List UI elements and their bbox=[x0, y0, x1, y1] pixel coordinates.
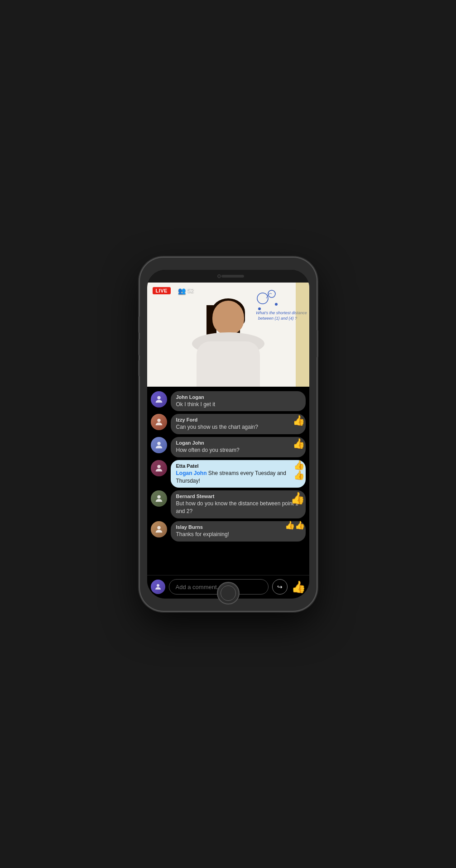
mention-tag: Logan John bbox=[176, 470, 207, 476]
list-item: Logan John How often do you stream? 👍 bbox=[151, 437, 306, 457]
chat-area[interactable]: John Logan Ok I think I get it bbox=[147, 387, 309, 575]
video-decoration bbox=[296, 283, 309, 387]
message-bubble: Bernard Stewart But how do you know the … bbox=[171, 490, 306, 518]
person-head bbox=[212, 301, 244, 335]
sender-name: Etta Patel bbox=[176, 463, 300, 469]
message-text: Logan John She streams every Tuesday and… bbox=[176, 470, 300, 485]
list-item: Bernard Stewart But how do you know the … bbox=[151, 490, 306, 518]
svg-point-7 bbox=[157, 419, 160, 422]
home-button[interactable] bbox=[217, 582, 240, 604]
avatar bbox=[151, 437, 167, 453]
list-item: Islay Burns Thanks for explaining! 👍👍 bbox=[151, 521, 306, 542]
camera bbox=[217, 274, 221, 278]
message-text: But how do you know the distance between… bbox=[176, 500, 300, 515]
avatar bbox=[151, 391, 167, 408]
avatar bbox=[151, 460, 167, 476]
status-bar bbox=[147, 270, 309, 283]
thumbs-up-button[interactable]: 👍 bbox=[291, 580, 306, 594]
svg-point-10 bbox=[157, 495, 160, 499]
svg-point-11 bbox=[157, 526, 160, 529]
svg-point-6 bbox=[157, 396, 160, 399]
message-text: Thanks for explaining! bbox=[176, 531, 300, 538]
svg-point-8 bbox=[157, 442, 160, 445]
thumbs-up-icon: 👍 bbox=[293, 438, 305, 450]
message-text: How often do you stream? bbox=[176, 446, 300, 454]
message-bubble: Izzy Ford Can you show us the chart agai… bbox=[171, 414, 306, 434]
list-item: John Logan Ok I think I get it bbox=[151, 391, 306, 412]
thumbs-up-duo-icon: 👍👍 bbox=[285, 521, 305, 530]
share-icon: ↪ bbox=[277, 583, 283, 590]
avatar bbox=[151, 490, 167, 507]
list-item: Izzy Ford Can you show us the chart agai… bbox=[151, 414, 306, 434]
message-bubble: Logan John How often do you stream? bbox=[171, 437, 306, 457]
viewers-icon: 👥 bbox=[178, 287, 186, 294]
avatar bbox=[151, 414, 167, 430]
live-badge: LIVE bbox=[153, 287, 171, 294]
phone-screen: What's the shortest distance between (1)… bbox=[147, 270, 309, 599]
phone-frame: What's the shortest distance between (1)… bbox=[140, 258, 317, 611]
sender-name: Islay Burns bbox=[176, 524, 300, 530]
message-text: Ok I think I get it bbox=[176, 401, 300, 408]
svg-point-5 bbox=[275, 303, 278, 306]
list-item: Etta Patel Logan John She streams every … bbox=[151, 460, 306, 488]
thumbs-up-icon: 👍 bbox=[293, 415, 305, 427]
message-text: Can you show us the chart again? bbox=[176, 423, 300, 431]
svg-point-9 bbox=[157, 465, 160, 468]
sender-name: Bernard Stewart bbox=[176, 494, 300, 499]
viewers-number: 52 bbox=[187, 287, 194, 294]
speaker bbox=[221, 275, 244, 278]
thumbs-up-double-icon: 👍👍 bbox=[293, 460, 305, 480]
message-bubble-highlighted: Etta Patel Logan John She streams every … bbox=[171, 460, 306, 488]
sender-name: Izzy Ford bbox=[176, 417, 300, 422]
thumbs-up-large-icon: 👍 bbox=[290, 491, 305, 505]
presenter-figure bbox=[187, 296, 269, 387]
person-body bbox=[197, 341, 260, 387]
sender-name: Logan John bbox=[176, 440, 300, 446]
message-bubble: John Logan Ok I think I get it bbox=[171, 391, 306, 412]
my-avatar bbox=[151, 580, 165, 594]
video-stream: What's the shortest distance between (1)… bbox=[147, 283, 309, 387]
share-button[interactable]: ↪ bbox=[272, 579, 288, 595]
avatar bbox=[151, 521, 167, 537]
sender-name: John Logan bbox=[176, 394, 300, 400]
svg-point-12 bbox=[157, 584, 159, 587]
viewers-count: 👥 52 bbox=[178, 287, 194, 294]
